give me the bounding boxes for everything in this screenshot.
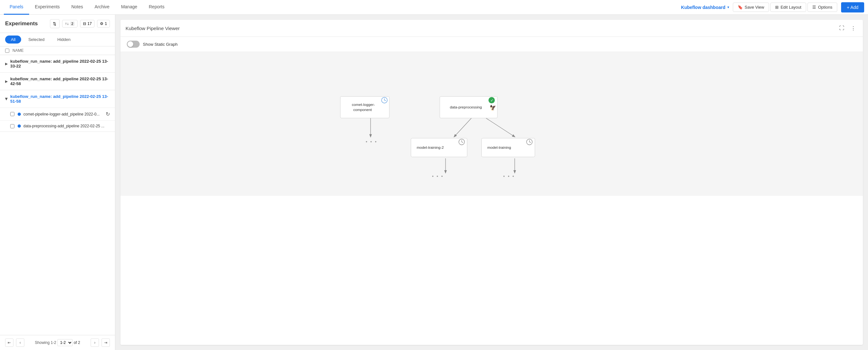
panel-card-header: Kubeflow Pipeline Viewer ⛶ ⋮ bbox=[120, 20, 863, 37]
panel-card: Kubeflow Pipeline Viewer ⛶ ⋮ Show Static… bbox=[120, 20, 863, 345]
svg-rect-6 bbox=[340, 97, 390, 118]
experiment-group-3: ▶ kubeflow_run_name: add_pipeline 2022-0… bbox=[0, 90, 115, 132]
filter-tabs: All Selected Hidden bbox=[0, 33, 115, 46]
sort-button[interactable]: ↑↓ 2 bbox=[62, 20, 78, 28]
run-name-2: data-preprocessing-add_pipeline 2022-02-… bbox=[23, 124, 110, 128]
add-button[interactable]: + Add bbox=[841, 2, 864, 12]
page-dropdown[interactable]: 1-2 bbox=[57, 339, 73, 346]
panel-card-actions: ⛶ ⋮ bbox=[837, 24, 858, 33]
toggle-row: Show Static Graph bbox=[120, 37, 863, 52]
experiment-group-header-3[interactable]: ▶ kubeflow_run_name: add_pipeline 2022-0… bbox=[0, 90, 115, 107]
svg-text:• • •: • • • bbox=[432, 174, 444, 179]
svg-text:comet-logger-: comet-logger- bbox=[352, 102, 375, 107]
first-page-button[interactable]: ⇤ bbox=[5, 339, 13, 347]
edit-layout-button[interactable]: ⊞ Edit Layout bbox=[770, 3, 806, 12]
options-label: Options bbox=[818, 5, 832, 10]
panel-title: Kubeflow Pipeline Viewer bbox=[126, 26, 837, 31]
run-item-2[interactable]: data-preprocessing-add_pipeline 2022-02-… bbox=[0, 120, 115, 132]
sort-icon: ↑↓ bbox=[65, 22, 69, 26]
experiment-group-name-2: kubeflow_run_name: add_pipeline 2022-02-… bbox=[10, 76, 110, 86]
save-view-label: Save View bbox=[745, 5, 764, 10]
tab-reports[interactable]: Reports bbox=[143, 0, 170, 15]
select-all-checkbox[interactable] bbox=[5, 48, 9, 53]
svg-line-1 bbox=[454, 118, 471, 137]
run-checkbox-2[interactable] bbox=[10, 124, 14, 128]
static-graph-toggle[interactable] bbox=[127, 41, 140, 48]
options-button[interactable]: ☰ Options bbox=[807, 3, 837, 12]
save-view-button[interactable]: 🔖 Save View bbox=[733, 3, 769, 12]
of-label: of 2 bbox=[74, 340, 80, 345]
arrow-icon-2: ▶ bbox=[5, 80, 8, 83]
fullscreen-button[interactable]: ⛶ bbox=[837, 24, 846, 33]
experiment-group-header-2[interactable]: ▶ kubeflow_run_name: add_pipeline 2022-0… bbox=[0, 73, 115, 90]
filter-tab-hidden[interactable]: Hidden bbox=[52, 36, 76, 43]
pipeline-graph: comet-logger- component data-preprocessi… bbox=[120, 52, 863, 196]
run-status-dot-2 bbox=[18, 125, 21, 128]
svg-text:✓: ✓ bbox=[490, 98, 494, 102]
dashboard-name: Kubeflow dashboard bbox=[681, 5, 725, 10]
pagination-info: Showing 1-2 1-2 of 2 bbox=[27, 339, 88, 346]
tab-experiments[interactable]: Experiments bbox=[29, 0, 66, 15]
pipeline-svg: comet-logger- component data-preprocessi… bbox=[120, 52, 863, 196]
last-page-button[interactable]: ⇥ bbox=[101, 339, 110, 347]
run-checkbox-1[interactable] bbox=[10, 112, 14, 116]
prev-page-button[interactable]: ‹ bbox=[16, 339, 24, 347]
table-header: NAME bbox=[0, 46, 115, 55]
sidebar-header: Experiments ⇅ ↑↓ 2 ⊟ 17 ⚙ 1 bbox=[0, 15, 115, 33]
tab-notes[interactable]: Notes bbox=[66, 0, 89, 15]
filter-icon: ⇅ bbox=[53, 22, 56, 26]
dashboard-selector[interactable]: Kubeflow dashboard ▾ bbox=[677, 5, 733, 10]
main-layout: Experiments ⇅ ↑↓ 2 ⊟ 17 ⚙ 1 All Selected… bbox=[0, 15, 868, 350]
gear-icon: ⚙ bbox=[100, 22, 103, 26]
tab-archive[interactable]: Archive bbox=[89, 0, 115, 15]
filter-tab-all[interactable]: All bbox=[5, 36, 21, 43]
svg-text:model-training: model-training bbox=[488, 145, 511, 149]
run-item-1[interactable]: comet-pipeline-logger-add_pipeline 2022-… bbox=[0, 107, 115, 120]
svg-text:component: component bbox=[353, 107, 372, 112]
experiment-group-name-1: kubeflow_run_name: add_pipeline 2022-02-… bbox=[10, 59, 110, 68]
toggle-label: Show Static Graph bbox=[143, 42, 178, 47]
experiment-group-header-1[interactable]: ▶ kubeflow_run_name: add_pipeline 2022-0… bbox=[0, 55, 115, 72]
name-column-header: NAME bbox=[12, 48, 24, 53]
settings-button[interactable]: ⚙ 1 bbox=[97, 20, 110, 28]
svg-line-2 bbox=[486, 118, 515, 137]
filter-icon-button[interactable]: ⇅ bbox=[50, 19, 60, 28]
svg-text:• • •: • • • bbox=[503, 174, 515, 179]
showing-label: Showing 1-2 bbox=[35, 340, 56, 345]
options-icon: ☰ bbox=[812, 5, 816, 10]
panel-card-body: Show Static Graph bbox=[120, 37, 863, 345]
nav-tabs: Panels Experiments Notes Archive Manage … bbox=[4, 0, 170, 15]
more-options-button[interactable]: ⋮ bbox=[849, 24, 858, 33]
sort-badge: 2 bbox=[70, 22, 74, 26]
experiment-group-2: ▶ kubeflow_run_name: add_pipeline 2022-0… bbox=[0, 73, 115, 90]
experiment-group-name-3: kubeflow_run_name: add_pipeline 2022-02-… bbox=[10, 94, 110, 104]
filter-tab-selected[interactable]: Selected bbox=[23, 36, 50, 43]
toggle-knob bbox=[127, 41, 133, 47]
svg-text:• • •: • • • bbox=[366, 139, 378, 144]
experiment-group-1: ▶ kubeflow_run_name: add_pipeline 2022-0… bbox=[0, 55, 115, 73]
bookmark-icon: 🔖 bbox=[738, 5, 743, 10]
arrow-icon-3: ▶ bbox=[5, 98, 8, 100]
columns-button[interactable]: ⊟ 17 bbox=[80, 20, 94, 28]
panel-area: Kubeflow Pipeline Viewer ⛶ ⋮ Show Static… bbox=[115, 15, 868, 350]
chevron-down-icon: ▾ bbox=[727, 5, 729, 9]
sidebar: Experiments ⇅ ↑↓ 2 ⊟ 17 ⚙ 1 All Selected… bbox=[0, 15, 115, 350]
run-status-dot-1 bbox=[18, 113, 21, 116]
sidebar-title: Experiments bbox=[5, 21, 48, 27]
layout-icon: ⊞ bbox=[775, 5, 779, 10]
nav-actions: 🔖 Save View ⊞ Edit Layout ☰ Options + Ad… bbox=[733, 2, 864, 12]
top-nav: Panels Experiments Notes Archive Manage … bbox=[0, 0, 868, 15]
edit-layout-label: Edit Layout bbox=[780, 5, 801, 10]
sidebar-footer: ⇤ ‹ Showing 1-2 1-2 of 2 › ⇥ bbox=[0, 335, 115, 350]
tab-manage[interactable]: Manage bbox=[115, 0, 143, 15]
experiments-list: ▶ kubeflow_run_name: add_pipeline 2022-0… bbox=[0, 55, 115, 335]
settings-badge: 1 bbox=[105, 22, 107, 26]
arrow-icon-1: ▶ bbox=[5, 62, 8, 66]
refresh-icon-1[interactable]: ↻ bbox=[106, 111, 110, 117]
svg-text:model-training-2: model-training-2 bbox=[417, 145, 444, 149]
svg-text:data-preprocessing: data-preprocessing bbox=[450, 105, 482, 109]
tab-panels[interactable]: Panels bbox=[4, 0, 29, 15]
run-name-1: comet-pipeline-logger-add_pipeline 2022-… bbox=[23, 112, 104, 116]
add-label: + Add bbox=[847, 5, 858, 10]
next-page-button[interactable]: › bbox=[91, 339, 99, 347]
